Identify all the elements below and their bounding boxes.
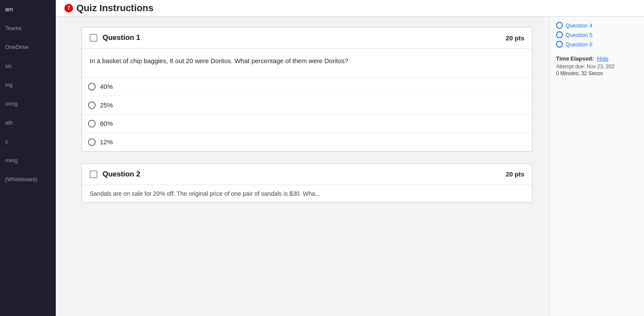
quiz-main[interactable]: Question 1 20 pts In a basket of chip ba…	[56, 17, 550, 316]
question-2-partial-text: Sandals are on sale for 20% off. The ori…	[90, 190, 320, 197]
radio-4[interactable]	[88, 138, 96, 146]
question-4-circle-icon	[556, 22, 563, 29]
content-area: Question 1 20 pts In a basket of chip ba…	[56, 17, 644, 316]
radio-2[interactable]	[88, 101, 96, 109]
question-1-text: In a basket of chip baggies, 8 out 20 we…	[90, 56, 524, 66]
question-1-title: Question 1	[103, 33, 140, 42]
sidebar-item-arn[interactable]: arn	[0, 0, 56, 19]
question-5-link[interactable]: Question 5	[556, 31, 638, 38]
sidebar-item-sic[interactable]: sic	[0, 57, 56, 76]
radio-1[interactable]	[88, 83, 96, 91]
question-1-checkbox[interactable]	[90, 34, 97, 42]
time-elapsed-value: 0 Minutes, 32 Secon	[556, 70, 638, 76]
sidebar-item-s[interactable]: s	[0, 132, 56, 151]
answer-option-4[interactable]: 12%	[82, 133, 532, 151]
question-4-label: Question 4	[565, 22, 593, 29]
sidebar-item-onedrive[interactable]: OneDrive	[0, 38, 56, 57]
topbar: 7 Quiz Instructions	[56, 0, 644, 17]
question-2-header: Question 2 20 pts	[82, 164, 532, 185]
question-6-label: Question 6	[565, 41, 593, 48]
question-2-body-partial: Sandals are on sale for 20% off. The ori…	[82, 185, 532, 202]
sidebar-item-oring[interactable]: oring	[0, 94, 56, 113]
answer-option-1[interactable]: 40%	[82, 77, 532, 96]
question-5-label: Question 5	[565, 32, 593, 38]
answer-label-3: 60%	[100, 120, 113, 127]
question-2-card: Question 2 20 pts Sandals are on sale fo…	[82, 164, 532, 203]
sidebar-item-ing[interactable]: ing	[0, 76, 56, 94]
answer-label-1: 40%	[100, 83, 113, 90]
sidebar-item-rning[interactable]: rning	[0, 151, 56, 170]
right-panel: Question 4 Question 5 Question 6 Time El…	[550, 17, 644, 316]
hide-link[interactable]: Hide	[597, 55, 609, 62]
question-1-body: In a basket of chip baggies, 8 out 20 we…	[82, 49, 532, 77]
question-6-link[interactable]: Question 6	[556, 41, 638, 48]
question-1-card: Question 1 20 pts In a basket of chip ba…	[82, 27, 532, 152]
question-5-circle-icon	[556, 31, 563, 38]
question-6-circle-icon	[556, 41, 563, 48]
sidebar: arn Teams OneDrive sic ing oring ath s r…	[0, 0, 56, 316]
time-info: Time Elapsed: Hide Attempt due: Nov 23, …	[556, 55, 638, 76]
answer-option-3[interactable]: 60%	[82, 114, 532, 133]
badge-count: 7	[64, 4, 73, 12]
answer-option-2[interactable]: 25%	[82, 96, 532, 114]
question-1-header: Question 1 20 pts	[82, 27, 532, 49]
question-2-title: Question 2	[103, 170, 140, 179]
sidebar-item-ath[interactable]: ath	[0, 113, 56, 132]
question-2-title-area: Question 2	[90, 170, 140, 179]
radio-3[interactable]	[88, 120, 96, 128]
question-4-link[interactable]: Question 4	[556, 22, 638, 29]
sidebar-item-teams[interactable]: Teams	[0, 19, 56, 38]
question-2-checkbox[interactable]	[90, 170, 97, 178]
question-1-title-area: Question 1	[90, 33, 140, 42]
main-area: 7 Quiz Instructions Question 1 20 pts In…	[56, 0, 644, 316]
question-1-pts: 20 pts	[506, 34, 524, 42]
page-title: Quiz Instructions	[76, 3, 154, 14]
attempt-due: Attempt due: Nov 23, 202	[556, 64, 638, 70]
answer-label-4: 12%	[100, 138, 113, 146]
sidebar-item-whiteboard[interactable]: (Whiteboard)	[0, 170, 56, 189]
question-2-pts: 20 pts	[506, 170, 524, 178]
answer-label-2: 25%	[100, 101, 113, 109]
time-elapsed-label: Time Elapsed:	[556, 55, 594, 62]
